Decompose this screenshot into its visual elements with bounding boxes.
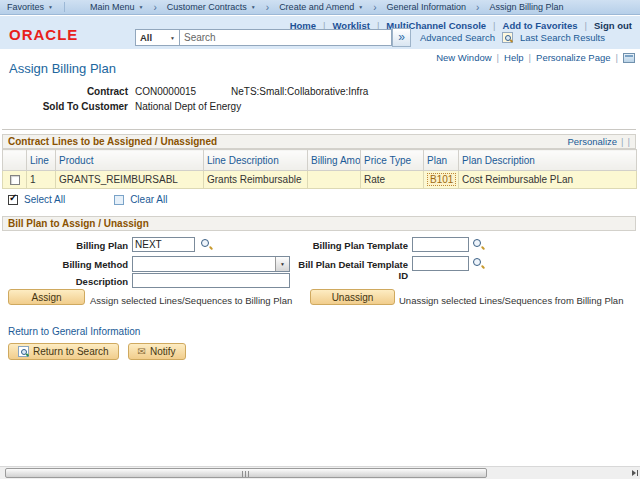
- column-header-price-type[interactable]: Price Type: [361, 150, 424, 171]
- breadcrumb-create-and-amend[interactable]: Create and Amend ▼: [272, 2, 370, 12]
- column-header-plan[interactable]: Plan: [424, 150, 459, 171]
- cell-billing-amount: [308, 171, 361, 189]
- breadcrumb-favorites-label: Favorites: [7, 2, 44, 12]
- check-icon: ✓: [9, 192, 17, 203]
- customer-row: Sold To Customer National Dept of Energy: [0, 101, 640, 112]
- billing-method-select[interactable]: ▼: [132, 256, 290, 272]
- grid-header-row: Line Product Line Description Billing Am…: [3, 150, 637, 171]
- return-to-search-button[interactable]: Return to Search: [8, 343, 119, 360]
- breadcrumb-general-information[interactable]: General Information: [379, 2, 473, 12]
- select-all-link[interactable]: Select All: [24, 194, 65, 205]
- search-scope-select[interactable]: All ▼: [135, 29, 180, 46]
- advanced-search-link[interactable]: Advanced Search: [420, 32, 495, 43]
- search-input[interactable]: [180, 29, 392, 46]
- search-scope-value: All: [140, 32, 152, 43]
- breadcrumb-main-menu[interactable]: Main Menu ▼: [83, 2, 150, 12]
- sold-to-customer-label: Sold To Customer: [0, 101, 128, 112]
- column-header-product[interactable]: Product: [56, 150, 204, 171]
- bill-plan-section-title: Bill Plan to Assign / Unassign: [8, 218, 149, 229]
- bill-plan-detail-template-input[interactable]: [412, 256, 469, 271]
- chevron-down-icon: ▼: [139, 4, 144, 10]
- column-header-line[interactable]: Line: [27, 150, 56, 171]
- billing-plan-lookup-icon[interactable]: [200, 238, 213, 251]
- select-all-icon[interactable]: ✓: [8, 195, 18, 205]
- contract-lines-grid: Line Product Line Description Billing Am…: [2, 149, 637, 189]
- cell-plan-description: Cost Reimbursable PLan: [459, 171, 637, 189]
- description-input[interactable]: [132, 273, 290, 288]
- section-divider: [2, 129, 636, 130]
- plan-link[interactable]: B101: [427, 173, 456, 186]
- table-row: 1 GRANTS_REIMBURSABL Grants Reimbursable…: [3, 171, 637, 189]
- application-window: Favorites ▼ Main Menu ▼ › Customer Contr…: [0, 0, 640, 480]
- grid-personalize-bar: Personalize | |: [567, 136, 630, 147]
- grid-section-header: Contract Lines to be Assigned / Unassign…: [2, 134, 636, 149]
- contract-description: NeTS:Small:Collaborative:Infra: [231, 86, 368, 97]
- toolbar-buttons: Return to Search ✉ Notify: [8, 343, 186, 360]
- personalize-page-link[interactable]: Personalize Page: [536, 52, 610, 63]
- return-to-search-icon: [18, 346, 29, 357]
- grid-section-title: Contract Lines to be Assigned / Unassign…: [8, 136, 217, 147]
- help-link[interactable]: Help: [504, 52, 524, 63]
- search-bar: All ▼ » Advanced Search Last Search Resu…: [135, 28, 605, 47]
- breadcrumb: Favorites ▼ Main Menu ▼ › Customer Contr…: [0, 0, 640, 15]
- column-header-billing-amount[interactable]: Billing Amount: [308, 150, 361, 171]
- column-header-line-description[interactable]: Line Description: [204, 150, 308, 171]
- column-header-plan-description[interactable]: Plan Description: [459, 150, 637, 171]
- breadcrumb-label: Create and Amend: [279, 2, 354, 12]
- clear-all-link[interactable]: Clear All: [130, 194, 167, 205]
- billing-plan-template-lookup-icon[interactable]: [472, 238, 485, 251]
- billing-plan-template-input[interactable]: [412, 237, 469, 252]
- breadcrumb-separator-icon: ›: [473, 2, 482, 13]
- breadcrumb-separator-icon: ›: [150, 2, 159, 13]
- separator: |: [628, 136, 630, 147]
- contract-row: Contract CON0000015 NeTS:Small:Collabora…: [0, 86, 640, 97]
- row-checkbox[interactable]: [10, 175, 20, 185]
- horizontal-scrollbar[interactable]: [0, 466, 640, 479]
- oracle-logo: ORACLE: [9, 26, 78, 43]
- scroll-end-bar: [637, 470, 638, 476]
- breadcrumb-label: General Information: [386, 2, 466, 12]
- row-select-cell: [3, 171, 27, 189]
- scrollbar-grip-icon: [242, 471, 250, 477]
- bill-plan-detail-template-lookup-icon[interactable]: [472, 257, 485, 270]
- scrollbar-thumb[interactable]: [5, 468, 487, 478]
- page-title: Assign Billing Plan: [9, 61, 116, 76]
- envelope-icon: ✉: [138, 347, 146, 357]
- billing-plan-input[interactable]: [132, 237, 195, 252]
- bill-plan-section-header: Bill Plan to Assign / Unassign: [2, 216, 636, 231]
- chevron-down-icon: ▼: [170, 35, 175, 41]
- chevron-down-icon: ▼: [358, 4, 363, 10]
- unassign-button[interactable]: Unassign: [310, 289, 395, 305]
- search-go-button[interactable]: »: [392, 28, 411, 47]
- breadcrumb-separator-icon: ›: [370, 2, 379, 13]
- contract-label: Contract: [0, 86, 128, 97]
- sold-to-customer-value: National Dept of Energy: [135, 101, 241, 112]
- separator: |: [497, 52, 499, 63]
- personalize-grid-link[interactable]: Personalize: [567, 136, 617, 147]
- new-window-link[interactable]: New Window: [436, 52, 491, 63]
- scroll-right-arrow-icon[interactable]: [632, 470, 636, 476]
- notify-button[interactable]: ✉ Notify: [128, 343, 186, 360]
- separator: |: [529, 52, 531, 63]
- personalize-layout-icon[interactable]: [623, 53, 635, 63]
- breadcrumb-divider: [64, 2, 65, 12]
- cell-line: 1: [27, 171, 56, 189]
- assign-button[interactable]: Assign: [8, 289, 85, 305]
- clear-all-icon[interactable]: [114, 195, 124, 205]
- contract-value: CON0000015: [135, 86, 196, 97]
- chevron-down-icon: ▼: [275, 257, 289, 271]
- breadcrumb-favorites[interactable]: Favorites ▼: [0, 2, 60, 12]
- breadcrumb-customer-contracts[interactable]: Customer Contracts ▼: [160, 2, 263, 12]
- page-action-bar: New Window | Help | Personalize Page |: [436, 52, 635, 63]
- return-to-general-information-link[interactable]: Return to General Information: [8, 326, 140, 337]
- description-label: Description: [0, 276, 128, 287]
- last-search-results-link[interactable]: Last Search Results: [520, 32, 605, 43]
- return-to-search-label: Return to Search: [33, 346, 109, 357]
- breadcrumb-label: Assign Billing Plan: [489, 2, 563, 12]
- separator: |: [616, 52, 618, 63]
- billing-plan-label: Billing Plan: [0, 240, 128, 251]
- unassign-hint: Unassign selected Lines/Sequences from B…: [399, 295, 623, 306]
- chevron-down-icon: ▼: [48, 4, 53, 10]
- bill-plan-detail-template-label: Bill Plan Detail Template ID: [288, 259, 408, 281]
- separator: |: [621, 136, 623, 147]
